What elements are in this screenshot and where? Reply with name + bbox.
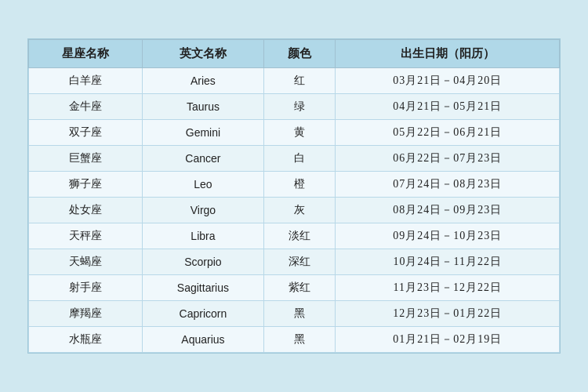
cell-color: 灰 <box>264 198 336 223</box>
cell-color: 黄 <box>264 120 336 146</box>
cell-english-name: Gemini <box>142 120 264 146</box>
cell-color: 橙 <box>264 172 336 198</box>
cell-dates: 03月21日－04月20日 <box>336 68 560 94</box>
table-row: 白羊座Aries红03月21日－04月20日 <box>29 68 560 94</box>
cell-color: 紫红 <box>264 275 336 301</box>
cell-color: 红 <box>264 68 336 94</box>
cell-english-name: Leo <box>142 172 264 198</box>
header-english-name: 英文名称 <box>142 40 264 68</box>
cell-chinese-name: 白羊座 <box>29 68 143 94</box>
cell-chinese-name: 水瓶座 <box>29 327 143 353</box>
cell-chinese-name: 摩羯座 <box>29 301 143 327</box>
cell-english-name: Capricorn <box>142 301 264 327</box>
cell-color: 黑 <box>264 301 336 327</box>
zodiac-table-container: 星座名称 英文名称 颜色 出生日期（阳历） 白羊座Aries红03月21日－04… <box>27 38 561 354</box>
table-header-row: 星座名称 英文名称 颜色 出生日期（阳历） <box>29 40 560 68</box>
cell-english-name: Libra <box>142 223 264 249</box>
cell-color: 黑 <box>264 327 336 353</box>
cell-english-name: Scorpio <box>142 249 264 275</box>
table-row: 天蝎座Scorpio深红10月24日－11月22日 <box>29 249 560 275</box>
cell-english-name: Aries <box>142 68 264 94</box>
header-chinese-name: 星座名称 <box>29 40 143 68</box>
cell-english-name: Cancer <box>142 146 264 172</box>
cell-english-name: Taurus <box>142 94 264 120</box>
table-row: 水瓶座Aquarius黑01月21日－02月19日 <box>29 327 560 353</box>
table-row: 金牛座Taurus绿04月21日－05月21日 <box>29 94 560 120</box>
table-row: 狮子座Leo橙07月24日－08月23日 <box>29 172 560 198</box>
cell-dates: 12月23日－01月22日 <box>336 301 560 327</box>
table-body: 白羊座Aries红03月21日－04月20日金牛座Taurus绿04月21日－0… <box>29 68 560 353</box>
header-dates: 出生日期（阳历） <box>336 40 560 68</box>
table-row: 天秤座Libra淡红09月24日－10月23日 <box>29 223 560 249</box>
table-row: 巨蟹座Cancer白06月22日－07月23日 <box>29 146 560 172</box>
cell-color: 淡红 <box>264 223 336 249</box>
cell-color: 白 <box>264 146 336 172</box>
cell-dates: 10月24日－11月22日 <box>336 249 560 275</box>
cell-chinese-name: 天秤座 <box>29 223 143 249</box>
table-row: 双子座Gemini黄05月22日－06月21日 <box>29 120 560 146</box>
header-color: 颜色 <box>264 40 336 68</box>
zodiac-table: 星座名称 英文名称 颜色 出生日期（阳历） 白羊座Aries红03月21日－04… <box>28 39 560 353</box>
cell-chinese-name: 巨蟹座 <box>29 146 143 172</box>
cell-english-name: Virgo <box>142 198 264 223</box>
cell-english-name: Aquarius <box>142 327 264 353</box>
cell-color: 绿 <box>264 94 336 120</box>
cell-dates: 04月21日－05月21日 <box>336 94 560 120</box>
cell-english-name: Sagittarius <box>142 275 264 301</box>
table-row: 摩羯座Capricorn黑12月23日－01月22日 <box>29 301 560 327</box>
cell-dates: 05月22日－06月21日 <box>336 120 560 146</box>
cell-dates: 11月23日－12月22日 <box>336 275 560 301</box>
cell-dates: 01月21日－02月19日 <box>336 327 560 353</box>
cell-dates: 07月24日－08月23日 <box>336 172 560 198</box>
cell-chinese-name: 狮子座 <box>29 172 143 198</box>
table-row: 处女座Virgo灰08月24日－09月23日 <box>29 198 560 223</box>
cell-chinese-name: 金牛座 <box>29 94 143 120</box>
table-row: 射手座Sagittarius紫红11月23日－12月22日 <box>29 275 560 301</box>
cell-dates: 06月22日－07月23日 <box>336 146 560 172</box>
cell-dates: 08月24日－09月23日 <box>336 198 560 223</box>
cell-chinese-name: 处女座 <box>29 198 143 223</box>
cell-chinese-name: 双子座 <box>29 120 143 146</box>
cell-dates: 09月24日－10月23日 <box>336 223 560 249</box>
cell-chinese-name: 射手座 <box>29 275 143 301</box>
cell-color: 深红 <box>264 249 336 275</box>
cell-chinese-name: 天蝎座 <box>29 249 143 275</box>
